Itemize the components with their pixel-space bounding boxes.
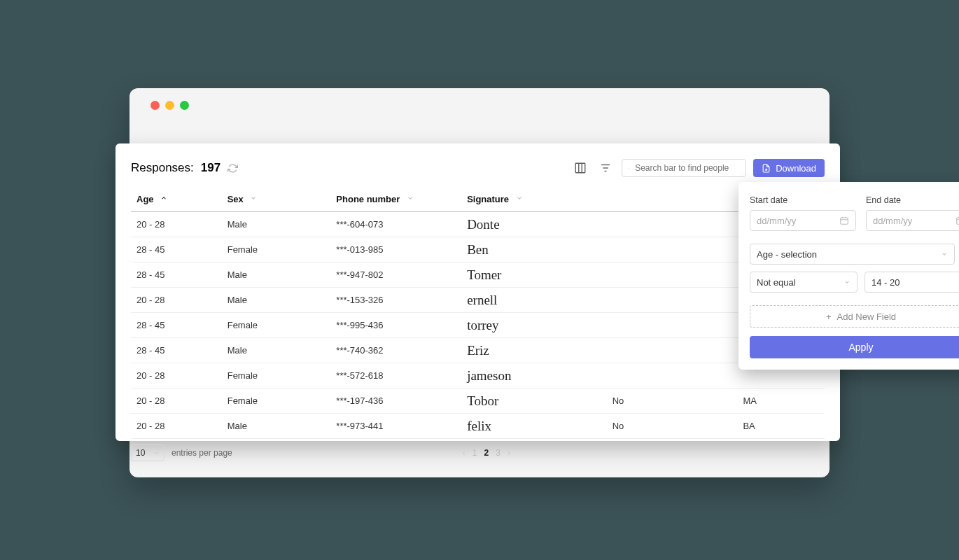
maximize-icon[interactable] [180,101,189,110]
page-title: Responses: 197 [131,161,238,175]
search-input[interactable] [622,159,746,177]
cell-age: 20 - 28 [131,363,222,388]
chevron-down-icon [516,195,523,202]
cell-age: 28 - 45 [131,313,222,338]
cell-phone: ***-740-362 [330,338,461,363]
column-header-age[interactable]: Age [131,187,222,212]
calendar-icon [955,216,959,225]
page-2[interactable]: 2 [484,448,489,458]
chevron-down-icon [407,195,414,202]
cell-sex: Male [222,262,331,288]
download-icon [762,164,771,173]
window-controls [130,88,830,122]
cell-age: 28 - 45 [131,338,222,363]
column-header-5[interactable] [607,187,738,212]
responses-card: Responses: 197 Download [115,144,840,441]
cell-5 [607,338,738,363]
page-1[interactable]: 1 [472,448,477,458]
cell-phone: ***-153-326 [330,288,461,313]
filter-panel: Start date dd/mm/yy End date dd/mm/yy Ag… [738,182,959,370]
cell-signature: Ben [461,237,607,262]
cell-phone: ***-947-802 [330,262,461,288]
column-header-phone[interactable]: Phone number [330,187,461,212]
cell-signature: ernell [461,288,607,313]
cell-sex: Male [222,212,331,237]
minimize-icon[interactable] [165,101,174,110]
cell-age: 28 - 45 [131,262,222,288]
cell-phone: ***-995-436 [330,313,461,338]
end-date-input[interactable]: dd/mm/yy [866,210,959,231]
filter-value-input[interactable]: 14 - 20 [864,272,959,293]
start-date-input[interactable]: dd/mm/yy [750,210,856,231]
pagination: ‹ 1 2 3 › [232,448,741,458]
cell-signature: Eriz [461,338,607,363]
cell-phone: ***-973-441 [330,414,461,439]
table-header-row: Age Sex Phone number [131,187,825,212]
cell-sex: Male [222,338,331,363]
filter-condition-select[interactable]: Not equal [750,272,858,293]
prev-page[interactable]: ‹ [463,448,465,458]
next-page[interactable]: › [507,448,510,458]
filter-icon[interactable] [596,159,615,177]
cell-5: No [607,414,738,439]
refresh-icon[interactable] [227,163,238,174]
table-row[interactable]: 28 - 45Female***-995-436torrey [131,313,825,338]
table-row[interactable]: 20 - 28Male***-973-441felixNoBA [131,414,825,439]
table-row[interactable]: 20 - 28Female***-197-436ToborNoMA [131,388,825,414]
plus-icon: + [826,312,832,322]
cell-5: No [607,388,738,414]
column-header-sex[interactable]: Sex [222,187,331,212]
cell-age: 28 - 45 [131,237,222,262]
table-row[interactable]: 28 - 45Male***-947-802Tomer [131,262,825,288]
cell-sex: Female [222,237,331,262]
start-date-label: Start date [750,195,788,205]
cell-signature: torrey [461,313,607,338]
cell-signature: felix [461,414,607,439]
search-field[interactable] [635,163,740,173]
cell-5 [607,363,738,388]
cell-5 [607,212,738,237]
chevron-down-icon [153,450,160,456]
table-row[interactable]: 28 - 45Female***-013-985Ben [131,237,825,262]
cell-age: 20 - 28 [131,414,222,439]
cell-sex: Male [222,288,331,313]
apply-button[interactable]: Apply [750,336,959,358]
toolbar: Download [571,159,825,177]
page-3[interactable]: 3 [496,448,500,458]
download-label: Download [776,163,816,174]
chevron-down-icon [941,251,948,258]
cell-6: MA [737,388,825,414]
cell-signature: Donte [461,212,607,237]
table-row[interactable]: 20 - 28Female***-572-618jameson [131,363,825,388]
search-icon [628,164,629,173]
table-row[interactable]: 28 - 45Male***-740-362Eriz [131,338,825,363]
cell-5 [607,237,738,262]
cell-signature: Tomer [461,262,607,288]
cell-signature: jameson [461,363,607,388]
cell-5 [607,288,738,313]
responses-label: Responses: [131,161,194,175]
add-field-button[interactable]: + Add New Field [750,305,959,328]
filter-field-select[interactable]: Age - selection [750,244,955,265]
column-header-signature[interactable]: Signature [461,187,607,212]
download-button[interactable]: Download [753,159,825,177]
responses-table: Age Sex Phone number [131,187,825,439]
cell-phone: ***-572-618 [330,363,461,388]
cell-phone: ***-197-436 [330,388,461,414]
table-row[interactable]: 20 - 28Male***-604-073Donte [131,212,825,237]
calendar-icon [839,216,849,225]
table-row[interactable]: 20 - 28Male***-153-326ernell [131,288,825,313]
sort-asc-icon [160,195,167,202]
svg-rect-9 [841,218,848,224]
columns-icon[interactable] [571,159,589,177]
cell-6: BA [737,414,825,439]
pagination-bar: 10 entries per page ‹ 1 2 3 › [131,444,825,461]
cell-sex: Female [222,313,331,338]
svg-rect-0 [575,163,585,173]
responses-count: 197 [201,161,220,175]
cell-sex: Female [222,388,331,414]
close-icon[interactable] [150,101,160,110]
cell-age: 20 - 28 [131,388,222,414]
chevron-down-icon [250,195,257,202]
per-page-select[interactable]: 10 [131,444,164,461]
